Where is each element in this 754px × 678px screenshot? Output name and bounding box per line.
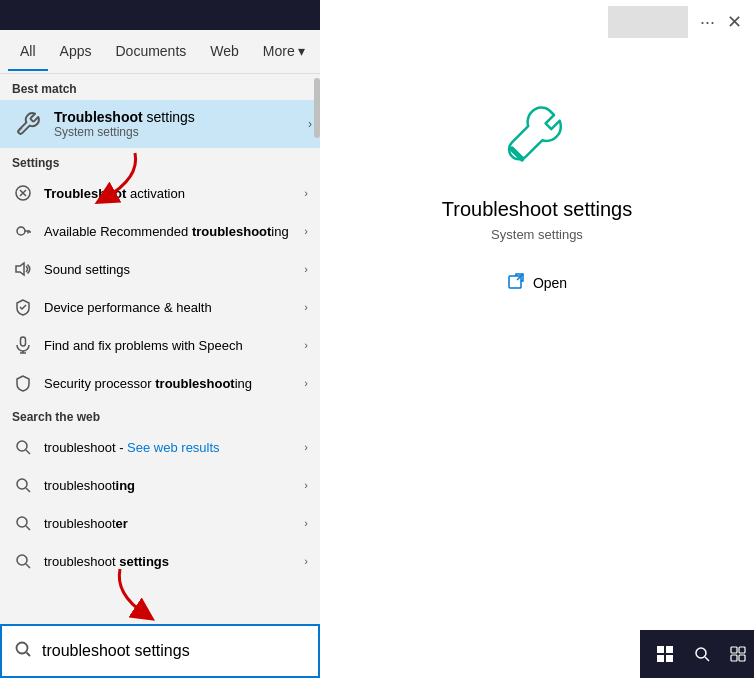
chevron-right-icon: › [304,301,308,313]
detail-wrench-icon [497,94,577,178]
svg-line-18 [26,564,30,568]
item-text-web-2: troubleshooting [44,478,294,493]
tab-documents[interactable]: Documents [103,33,198,71]
chevron-right-icon: › [304,377,308,389]
item-text-web-4: troubleshoot settings [44,554,294,569]
chevron-right-icon: › [304,441,308,453]
speaker-icon [12,258,34,280]
chevron-down-icon: ▾ [298,43,305,59]
svg-point-3 [17,227,25,235]
best-match-text: Troubleshoot settings System settings [54,109,195,139]
svg-rect-32 [731,647,737,653]
search-bar-icon [14,640,32,662]
item-text-security: Security processor troubleshooting [44,376,294,391]
list-item-recommended[interactable]: Available Recommended troubleshooting › [0,212,320,250]
item-text-web-3: troubleshooter [44,516,294,531]
chevron-right-icon: › [304,187,308,199]
search-panel: All Apps Documents Web More ▾ Best match [0,30,320,678]
svg-point-30 [696,648,706,658]
chevron-right-icon: › [304,339,308,351]
svg-rect-26 [657,646,664,653]
detail-panel: ··· ✕ Troubleshoot settings System setti… [320,0,754,678]
svg-line-12 [26,450,30,454]
key-icon [12,220,34,242]
svg-rect-28 [657,655,664,662]
chevron-right-icon: › [308,117,312,131]
more-options-button[interactable]: ··· [700,12,715,33]
shield-icon [12,296,34,318]
list-item-device-health[interactable]: Device performance & health › [0,288,320,326]
open-icon [507,272,525,294]
close-button[interactable]: ✕ [727,11,742,33]
svg-point-17 [17,555,27,565]
detail-subtitle: System settings [491,227,583,242]
results-list: Best match Troubleshoot settings System … [0,74,320,624]
svg-rect-8 [21,337,26,346]
shield2-icon [12,372,34,394]
item-text-sound: Sound settings [44,262,294,277]
item-text-recommended: Available Recommended troubleshooting [44,224,294,239]
taskbar: W ☀️ 66°F ▲ ⏺ [640,630,754,678]
svg-line-31 [705,657,709,661]
svg-line-25 [517,274,523,280]
svg-point-15 [17,517,27,527]
best-match-subtitle: System settings [54,125,195,139]
list-item-web-2[interactable]: troubleshooting › [0,466,320,504]
svg-rect-35 [739,655,745,661]
search-input[interactable] [42,642,306,660]
list-item-speech[interactable]: Find and fix problems with Speech › [0,326,320,364]
chevron-right-icon: › [304,517,308,529]
start-button[interactable] [648,634,683,674]
svg-marker-7 [16,263,24,275]
circle-icon [12,182,34,204]
mic-icon [12,334,34,356]
taskbar-taskview-button[interactable] [722,636,753,672]
settings-section-label: Settings [0,148,320,174]
list-item-activation[interactable]: Troubleshoot activation › [0,174,320,212]
list-item-sound[interactable]: Sound settings › [0,250,320,288]
wrench-icon [12,108,44,140]
svg-rect-33 [739,647,745,653]
web-section-label: Search the web [0,402,320,428]
search-icon [12,474,34,496]
item-text-device-health: Device performance & health [44,300,294,315]
svg-point-13 [17,479,27,489]
best-match-title: Troubleshoot settings [54,109,195,125]
svg-rect-34 [731,655,737,661]
chevron-right-icon: › [304,225,308,237]
search-icon [12,436,34,458]
chevron-right-icon: › [304,263,308,275]
svg-rect-29 [666,655,673,662]
detail-content: Troubleshoot settings System settings Op… [320,44,754,678]
best-match-label: Best match [0,74,320,100]
svg-line-16 [26,526,30,530]
tab-apps[interactable]: Apps [48,33,104,71]
item-text-web-1: troubleshoot - See web results [44,440,294,455]
item-text-speech: Find and fix problems with Speech [44,338,294,353]
list-item-security[interactable]: Security processor troubleshooting › [0,364,320,402]
search-icon [12,550,34,572]
list-item-web-4[interactable]: troubleshoot settings › [0,542,320,580]
detail-header: ··· ✕ [320,0,754,44]
item-text-activation: Troubleshoot activation [44,186,294,201]
best-match-item[interactable]: Troubleshoot settings System settings › [0,100,320,148]
tab-web[interactable]: Web [198,33,251,71]
svg-line-14 [26,488,30,492]
list-item-web-1[interactable]: troubleshoot - See web results › [0,428,320,466]
tab-all[interactable]: All [8,33,48,71]
detail-title: Troubleshoot settings [442,198,632,221]
tab-more[interactable]: More ▾ [251,33,317,71]
search-bar [0,624,320,678]
svg-line-20 [27,653,31,657]
chevron-right-icon: › [304,555,308,567]
open-label: Open [533,275,567,291]
open-button[interactable]: Open [507,272,567,294]
taskbar-search-button[interactable] [687,636,718,672]
svg-point-11 [17,441,27,451]
search-icon [12,512,34,534]
svg-point-19 [17,643,28,654]
header-empty-btn [608,6,688,38]
chevron-right-icon: › [304,479,308,491]
list-item-web-3[interactable]: troubleshooter › [0,504,320,542]
tabs-bar: All Apps Documents Web More ▾ [0,30,320,74]
